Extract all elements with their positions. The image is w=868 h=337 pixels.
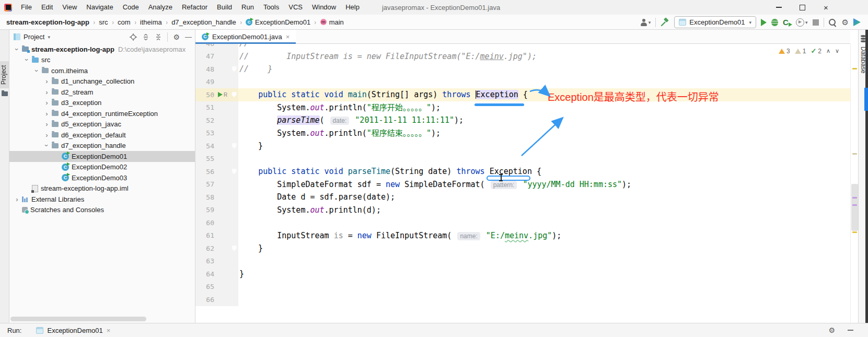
restore-button[interactable]	[791, 0, 814, 15]
menu-analyze[interactable]: Analyze	[144, 0, 177, 15]
tree-item-com.itheima[interactable]: ›com.itheima	[9, 65, 195, 76]
breadcrumb-item-src[interactable]: src	[99, 18, 108, 26]
code-line-49[interactable]: 49	[195, 76, 850, 89]
warning-count[interactable]: 3	[786, 48, 790, 55]
code-line-57[interactable]: 57 SimpleDateFormat sdf = new SimpleDate…	[195, 178, 850, 191]
debug-button[interactable]	[771, 19, 778, 26]
fold-marker-icon[interactable]	[232, 246, 237, 251]
code-line-58[interactable]: 58 Date d = sdf.parse(date);	[195, 191, 850, 204]
horizontal-scrollbar[interactable]	[10, 317, 146, 321]
fold-marker-icon[interactable]	[232, 66, 237, 72]
menu-view[interactable]: View	[57, 0, 82, 15]
tree-item-d7_exception_handle[interactable]: ›d7_exception_handle	[9, 141, 195, 152]
code-line-50[interactable]: 50R public static void main(String[] arg…	[195, 88, 850, 101]
scrollbar-thumb[interactable]	[851, 184, 858, 231]
chevron-down-icon[interactable]: ›	[14, 46, 20, 53]
code-line-47[interactable]: 47// InputStream is = new FileInputStrea…	[195, 50, 850, 63]
tree-item-d6_exception_default[interactable]: ›d6_exception_default	[9, 130, 195, 141]
menu-file[interactable]: File	[16, 0, 37, 15]
project-toolwindow-button[interactable]: Project	[0, 61, 9, 88]
close-tab-icon[interactable]: ×	[286, 33, 290, 41]
minimize-button[interactable]	[767, 0, 791, 15]
code-line-59[interactable]: 59 System.out.println(d);	[195, 204, 850, 217]
run-button[interactable]	[761, 19, 767, 26]
tree-item-d3_exception[interactable]: ›d3_exception	[9, 98, 195, 109]
chevron-right-icon[interactable]: ›	[43, 78, 50, 85]
editor-scrollbar[interactable]	[850, 44, 858, 323]
hide-run-panel-icon[interactable]	[848, 330, 853, 331]
code-line-51[interactable]: 51 System.out.println("程序开始。。。。。");	[195, 101, 850, 114]
chevron-right-icon[interactable]: ›	[43, 99, 50, 106]
info-mark[interactable]	[852, 204, 857, 206]
chevron-right-icon[interactable]: ›	[43, 89, 50, 96]
breadcrumb-item-com[interactable]: com	[118, 18, 131, 26]
menu-vcs[interactable]: VCS	[284, 0, 307, 15]
code-line-46[interactable]: 46//	[195, 44, 850, 50]
fold-marker-icon[interactable]	[232, 92, 237, 97]
tree-item-exceptiondemo02[interactable]: CExceptionDemo02	[9, 162, 195, 173]
code-line-52[interactable]: 52 parseTime( date: "2011-11-11 11:11:11…	[195, 114, 850, 127]
menu-window[interactable]: Window	[307, 0, 341, 15]
menu-tools[interactable]: Tools	[259, 0, 284, 15]
user-account-icon[interactable]: ▾	[640, 19, 651, 26]
chevron-down-icon[interactable]: ›	[43, 142, 50, 149]
chevron-down-icon[interactable]: ▾	[48, 34, 50, 40]
code-line-60[interactable]: 60	[195, 216, 850, 229]
warning-mark[interactable]	[852, 68, 857, 69]
code-line-65[interactable]: 65	[195, 281, 850, 294]
run-with-coverage-button[interactable]: C	[783, 18, 791, 27]
warning-mark[interactable]	[852, 231, 857, 233]
menu-refactor[interactable]: Refactor	[177, 0, 212, 15]
next-problem-icon[interactable]: ∨	[835, 48, 839, 54]
chevron-right-icon[interactable]: ›	[43, 110, 50, 117]
tree-item-d4_exception_runtimeexception[interactable]: ›d4_exception_runtimeException	[9, 108, 195, 119]
weak-warning-count[interactable]: 1	[803, 48, 806, 55]
close-run-tab-icon[interactable]: ×	[107, 327, 111, 334]
fold-marker-icon[interactable]	[232, 169, 237, 174]
code-line-53[interactable]: 53 System.out.println("程序结束。。。。。");	[195, 127, 850, 140]
tree-item-exceptiondemo01[interactable]: CExceptionDemo01	[9, 151, 195, 162]
weak-warning-mark[interactable]	[852, 153, 857, 155]
tree-item-d2_stream[interactable]: ›d2_stream	[9, 87, 195, 98]
tree-item-stream-exception-log-app[interactable]: ›stream-exception-log-appD:\code\javasep…	[9, 44, 195, 55]
chevron-right-icon[interactable]: ›	[43, 132, 50, 138]
folder-icon[interactable]	[2, 91, 8, 96]
typo-count[interactable]: 2	[818, 48, 821, 55]
code-line-56[interactable]: 56 public static void parseTime(String d…	[195, 165, 850, 178]
menu-build[interactable]: Build	[212, 0, 237, 15]
code-editor[interactable]: 46//47// InputStream is = new FileInputS…	[195, 44, 850, 323]
expand-all-icon[interactable]	[142, 33, 149, 41]
run-config-gutter-icon[interactable]: R	[224, 92, 227, 98]
run-configuration-select[interactable]: ExceptionDemo01 ▾	[674, 16, 756, 28]
breadcrumb-item-itheima[interactable]: itheima	[140, 18, 162, 26]
code-line-64[interactable]: 64}	[195, 268, 850, 281]
tree-item-src[interactable]: ›src	[9, 55, 195, 66]
info-mark[interactable]	[852, 197, 857, 199]
menu-help[interactable]: Help	[341, 0, 364, 15]
menu-code[interactable]: Code	[118, 0, 144, 15]
chevron-down-icon[interactable]: ›	[33, 67, 40, 74]
menu-run[interactable]: Run	[237, 0, 259, 15]
tree-item-d1_unchange_collection[interactable]: ›d1_unchange_collection	[9, 76, 195, 87]
chevron-right-icon[interactable]: ›	[14, 196, 20, 203]
run-tab[interactable]: ExceptionDemo01 ×	[36, 327, 110, 334]
fold-marker-icon[interactable]	[232, 143, 237, 148]
code-line-61[interactable]: 61 InputStream is = new FileInputStream(…	[195, 229, 850, 242]
code-line-55[interactable]: 55	[195, 153, 850, 166]
breadcrumb-item-d7_exception_handle[interactable]: d7_exception_handle	[171, 18, 236, 26]
breadcrumb-item-exceptiondemo01[interactable]: CExceptionDemo01	[246, 18, 310, 26]
breadcrumb-item-main[interactable]: mmain	[320, 18, 344, 26]
editor-tab[interactable]: C ExceptionDemo01.java ×	[195, 30, 296, 43]
code-line-48[interactable]: 48// }	[195, 63, 850, 76]
previous-problem-icon[interactable]: ∧	[826, 48, 830, 54]
chevron-down-icon[interactable]: ›	[24, 56, 30, 63]
search-everywhere-icon[interactable]	[829, 19, 836, 26]
code-line-54[interactable]: 54 }	[195, 140, 850, 153]
close-button[interactable]: ×	[814, 0, 838, 15]
tree-item-external libraries[interactable]: ›External Libraries	[9, 194, 195, 205]
code-line-66[interactable]: 66	[195, 293, 850, 306]
tree-item-scratches and consoles[interactable]: Scratches and Consoles	[9, 205, 195, 216]
chevron-right-icon[interactable]: ›	[43, 121, 50, 127]
collapse-all-icon[interactable]	[155, 33, 162, 41]
hide-panel-icon[interactable]: —	[185, 33, 192, 41]
